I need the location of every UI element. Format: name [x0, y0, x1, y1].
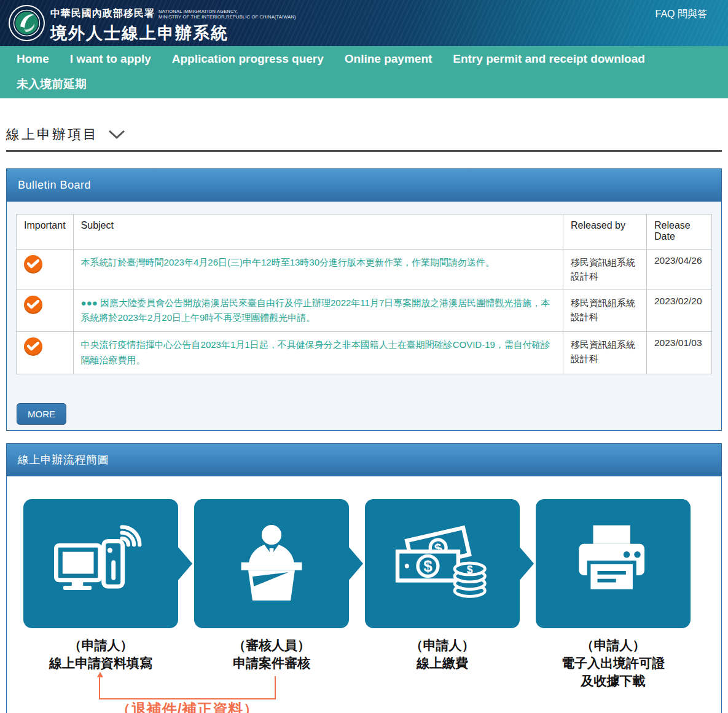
computer-wifi-icon [54, 519, 147, 608]
bulletin-subject-link[interactable]: 本系統訂於臺灣時間2023年4月26日(三)中午12時至13時30分進行版本更新… [81, 257, 495, 267]
nav-item-online-payment[interactable]: Online payment [334, 52, 443, 66]
nav-item-home[interactable]: Home [6, 52, 60, 66]
svg-text:$: $ [423, 557, 432, 575]
column-subject: Subject [73, 215, 563, 250]
section-divider [6, 150, 722, 152]
flow-step-payment: $ $ $ [365, 499, 520, 628]
check-circle-icon [24, 255, 42, 274]
column-released-by: Released by [563, 215, 647, 250]
arrow-up-icon [97, 672, 103, 677]
chevron-down-icon[interactable] [108, 130, 125, 142]
column-important: Important [17, 215, 74, 250]
flow-diagram-header: 線上申辦流程簡圖 [7, 444, 721, 476]
table-header-row: Important Subject Released by Release Da… [17, 215, 712, 250]
nav-item-apply[interactable]: I want to apply [60, 52, 162, 66]
bulletin-subject-link[interactable]: ●●● 因應大陸委員會公告開放港澳居民來臺自由行及停止辦理2022年11月7日專… [81, 297, 550, 323]
nia-emblem-logo[interactable] [8, 4, 45, 42]
nav-item-pre-entry-extension[interactable]: 未入境前延期 [6, 76, 97, 92]
agency-name-en: NATIONAL IMMIGRATION AGENCY, MINISTRY OF… [159, 9, 296, 20]
faq-link[interactable]: FAQ 問與答 [656, 8, 707, 21]
arrow-right-icon [348, 546, 363, 581]
table-row: 本系統訂於臺灣時間2023年4月26日(三)中午12時至13時30分進行版本更新… [17, 250, 712, 290]
bulletin-board-header: Bulletin Board [7, 169, 721, 202]
release-date-cell: 2023/04/26 [647, 250, 712, 290]
nav-item-progress-query[interactable]: Application progress query [162, 52, 334, 66]
money-coins-icon: $ $ $ [393, 519, 491, 608]
table-row: 中央流行疫情指揮中心公告自2023年1月1日起，不具健保身分之非本國籍人士在臺期… [17, 332, 712, 374]
bulletin-table: Important Subject Released by Release Da… [16, 214, 712, 374]
flow-diagram-title: 線上申辦流程簡圖 [18, 452, 109, 467]
bulletin-board-panel: Bulletin Board Important Subject Release… [6, 168, 722, 431]
reviewer-desk-icon [229, 522, 314, 605]
flow-diagram-panel: 線上申辦流程簡圖 [6, 443, 722, 713]
section-head: 線上申辦項目 [6, 125, 722, 152]
released-by-cell: 移民資訊組系統設計科 [563, 332, 647, 374]
site-header: 中華民國內政部移民署 NATIONAL IMMIGRATION AGENCY, … [0, 0, 728, 46]
page-title: 線上申辦項目 [6, 125, 98, 144]
agency-name-zh: 中華民國內政部移民署 [50, 7, 155, 20]
released-by-cell: 移民資訊組系統設計科 [563, 290, 647, 332]
arrow-right-icon [519, 546, 534, 581]
return-label: （退補件/補正資料） [99, 699, 276, 713]
check-circle-icon [24, 296, 42, 314]
main-nav: Home I want to apply Application progres… [0, 46, 728, 98]
release-date-cell: 2023/01/03 [647, 332, 712, 374]
check-circle-icon [24, 337, 42, 356]
flow-step-caption: （申請人） 電子入出境許可證 及收據下載 [536, 636, 691, 690]
table-row: ●●● 因應大陸委員會公告開放港澳居民來臺自由行及停止辦理2022年11月7日專… [17, 290, 712, 332]
more-button[interactable]: MORE [17, 403, 66, 425]
released-by-cell: 移民資訊組系統設計科 [563, 250, 647, 290]
return-arrow [99, 676, 276, 699]
bulletin-subject-link[interactable]: 中央流行疫情指揮中心公告自2023年1月1日起，不具健保身分之非本國籍人士在臺期… [81, 339, 550, 365]
svg-text:$: $ [467, 563, 473, 575]
agency-title-block: 中華民國內政部移民署 NATIONAL IMMIGRATION AGENCY, … [50, 7, 296, 44]
nav-item-permit-download[interactable]: Entry permit and receipt download [442, 52, 656, 66]
flow-step-caption: （申請人） 線上繳費 [365, 636, 520, 690]
release-date-cell: 2023/02/20 [647, 290, 712, 332]
printer-icon [570, 522, 656, 605]
arrow-right-icon [178, 546, 192, 581]
flow-step-apply [23, 499, 178, 628]
column-release-date: Release Date [647, 215, 712, 250]
flow-step-review [194, 499, 349, 628]
flow-step-download [536, 499, 691, 628]
bulletin-board-title: Bulletin Board [18, 179, 91, 192]
system-title: 境外人士線上申辦系統 [50, 22, 296, 44]
